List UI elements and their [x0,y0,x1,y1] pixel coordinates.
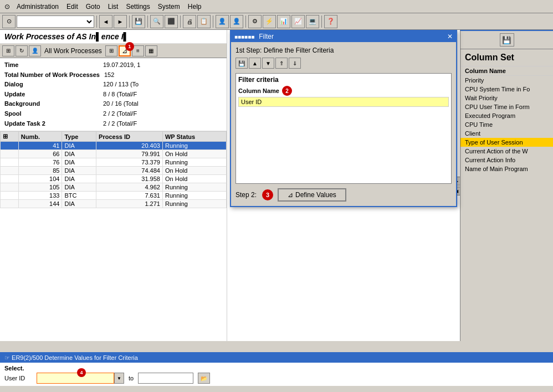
th-status[interactable]: WP Status [162,132,226,142]
th-pid[interactable]: Process ID [96,132,163,142]
fc-col-header: Column Name 2 [238,86,449,96]
toolbar-dropdown[interactable] [17,16,94,28]
bg-value: 20 / 16 (Total [103,99,139,109]
row-num: 133 [18,192,62,200]
settings-button[interactable]: ⚙ [248,15,262,28]
filter-toolbar: 💾 ▲ ▼ ⇑ ⇓ [235,58,452,69]
row-pid: 73.379 [96,158,163,167]
bf-search-btn[interactable]: 📂 [198,373,210,384]
cs-item[interactable]: CPU Time [460,120,553,129]
menu-system[interactable]: System [155,2,183,12]
define-values-button[interactable]: ⊿ Define Values [278,188,346,202]
row-status: On Hold [162,175,226,183]
print2-button[interactable]: 📋 [197,15,211,28]
graph-button[interactable]: 📈 [291,15,305,28]
table-row[interactable]: 104 DIA 31.958 On Hold [1,175,227,183]
menu-settings[interactable]: Settings [122,2,153,12]
wp-table: ⊞ Numb. Type Process ID WP Status 41 DIA… [0,131,227,208]
toolbar: ⊙ ◄ ► 💾 🔍 ⬛ 🖨 📋 👤 👤 ⚙ ⚡ 📊 📈 💻 ❓ [0,13,553,30]
menu-administration[interactable]: Administration [13,2,62,12]
fc-header: Filter criteria [238,76,449,84]
th-type[interactable]: Type [62,132,96,142]
filter-badge-1: 1 [125,42,134,51]
row-pid: 1.271 [96,200,163,208]
separator2 [129,16,130,28]
next-button[interactable]: ► [114,15,127,28]
table-row[interactable]: 85 DIA 74.484 On Hold [1,167,227,175]
user1-button[interactable]: 👤 [216,15,229,28]
print-button[interactable]: 🖨 [183,15,196,28]
wp-table-container[interactable]: ⊞ Numb. Type Process ID WP Status 41 DIA… [0,131,227,208]
row-status: Running [162,200,226,208]
table-row[interactable]: 105 DIA 4.962 Running [1,183,227,192]
wp-monitor-icon[interactable]: ⊞ [2,45,14,56]
th-num[interactable]: Numb. [18,132,62,142]
badge-2: 2 [282,86,292,96]
th-icon: ⊞ [1,132,19,142]
cs-item[interactable]: CPU User Time in Form [460,102,553,111]
wp-grid-icon[interactable]: ⊞ [105,45,117,56]
menu-list[interactable]: List [105,2,122,12]
user2-button[interactable]: 👤 [230,15,243,28]
column-set-panel: ▶ ◀ 💾 Column Set Column Name PriorityCPU… [460,30,553,341]
filter-save-btn[interactable]: 💾 [235,58,248,69]
row-pid: 79.991 [96,150,163,158]
help-button[interactable]: ❓ [324,15,337,28]
dialog-content: 1st Step: Define the Filter Criteria 💾 ▲… [231,42,456,206]
menu-edit[interactable]: Edit [63,2,81,12]
table-row[interactable]: 133 BTC 7.631 Running [1,192,227,200]
wp-user-icon[interactable]: 👤 [29,45,41,56]
dialog-close-icon[interactable]: ✕ [447,33,453,40]
cs-item[interactable]: Executed Program [460,111,553,120]
flash-button[interactable]: ⚡ [263,15,276,28]
table-row[interactable]: 41 DIA 20.403 Running [1,142,227,150]
wp-column-icon[interactable]: ▦ [145,45,157,56]
row-type: DIA [62,142,96,150]
cs-item[interactable]: Name of Main Program [460,164,553,173]
monitor-button[interactable]: 💻 [306,15,319,28]
wp-toolbar2: ⊞ ↻ 👤 All Work Processes ⊞ ⊿ 1 ≡ ▦ [0,44,227,58]
wp-refresh-icon[interactable]: ↻ [16,45,28,56]
bf-input-dropdown-btn[interactable]: ▼ [114,373,124,384]
cs-save-btn[interactable]: 💾 [500,33,514,47]
save-button[interactable]: 💾 [132,15,145,28]
step2-label: Step 2: [235,191,257,199]
fc-user-id-row[interactable]: User ID [238,97,449,107]
cs-item[interactable]: Client [460,129,553,138]
filter-icon-btn[interactable]: ⊿ 1 [119,45,131,56]
filter-down-btn[interactable]: ▼ [262,58,274,69]
menu-help[interactable]: Help [185,2,205,12]
table-row[interactable]: 66 DIA 79.991 On Hold [1,150,227,158]
find-button[interactable]: 🔍 [150,15,163,28]
find-next-button[interactable]: ⬛ [165,15,178,28]
filter-up-btn[interactable]: ▲ [249,58,261,69]
bg-label: Background [4,99,99,109]
cs-item[interactable]: Priority [460,76,553,85]
user-id-to-input[interactable] [138,373,193,384]
table-row[interactable]: 144 DIA 1.271 Running [1,200,227,208]
filter-top-btn[interactable]: ⇑ [275,58,288,69]
cs-item[interactable]: Wait Priority [460,94,553,102]
filter-bottom-btn[interactable]: ⇓ [289,58,301,69]
user-id-input[interactable] [37,373,114,384]
cs-item[interactable]: Current Action of the W [460,147,553,156]
row-num: 41 [18,142,62,150]
cs-item[interactable]: CPU System Time in Fo [460,85,553,94]
row-num: 144 [18,200,62,208]
cs-item[interactable]: Current Action Info [460,156,553,164]
chart-button[interactable]: 📊 [277,15,290,28]
menu-goto[interactable]: Goto [83,2,104,12]
bf-content: Select. User ID 4 ▼ to 📂 [0,363,553,386]
cs-items-container: PriorityCPU System Time in FoWait Priori… [460,76,553,173]
row-type: BTC [62,192,96,200]
info-section: Time19.07.2019, 1 Total Number of Work P… [0,58,227,131]
column-set-title: Column Set [460,49,553,66]
dialog-icon: ■■■■■■ [234,34,254,40]
cs-item[interactable]: Type of User Session [460,138,553,147]
row-status: On Hold [162,150,226,158]
back-button[interactable]: ⊙ [2,15,16,28]
filter-dialog: ■■■■■■ Filter ✕ 1st Step: Define the Fil… [230,30,457,207]
prev-button[interactable]: ◄ [99,15,112,28]
bf-title: ☞ ER9(2)/500 Determine Values for Filter… [0,353,553,363]
table-row[interactable]: 76 DIA 73.379 Running [1,158,227,167]
